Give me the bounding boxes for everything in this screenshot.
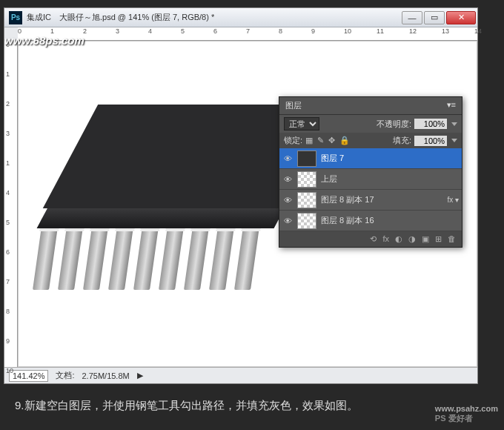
blend-mode-select[interactable]: 正常 — [284, 117, 319, 130]
ruler-tick: 4 — [148, 27, 152, 35]
step-caption: 9.新建空白图层，并使用钢笔工具勾出路径，并填充灰色，效果如图。 — [0, 384, 504, 413]
watermark-text: www.68ps.com — [4, 34, 84, 47]
chip-pins — [37, 227, 255, 290]
chevron-right-icon[interactable]: ▶ — [137, 371, 143, 380]
ruler-tick: 7 — [6, 278, 10, 285]
panel-action-icon[interactable]: ◑ — [408, 234, 416, 244]
layer-thumbnail[interactable] — [297, 150, 316, 167]
ruler-tick: 10 — [6, 367, 13, 374]
ruler-vertical[interactable]: 0123145678910 — [4, 41, 18, 367]
doc-size-value: 2.75M/15.8M — [82, 371, 130, 380]
visibility-icon[interactable]: 👁 — [282, 195, 293, 205]
lock-label: 锁定: — [284, 135, 302, 146]
layer-thumbnail[interactable] — [297, 192, 316, 208]
chevron-down-icon[interactable] — [451, 122, 457, 126]
ruler-tick: 2 — [6, 100, 10, 108]
layers-panel: 图层 ▾≡ 正常 不透明度: 100% 锁定: ▦✎✥🔒 填充: 100% 👁图… — [279, 96, 462, 248]
ruler-tick: 13 — [442, 27, 449, 35]
app-window: Ps 集成IC 大眼仔～旭.psd @ 141% (图层 7, RGB/8) *… — [4, 7, 478, 384]
document-title: 集成IC 大眼仔～旭.psd @ 141% (图层 7, RGB/8) * — [27, 12, 402, 23]
panel-action-icon[interactable]: ▣ — [422, 234, 429, 244]
panel-action-icon[interactable]: ⟲ — [370, 234, 377, 244]
titlebar: Ps 集成IC 大眼仔～旭.psd @ 141% (图层 7, RGB/8) *… — [4, 8, 477, 27]
panel-action-icon[interactable]: ⊞ — [435, 234, 442, 244]
chevron-down-icon[interactable] — [451, 139, 457, 142]
lock-option-icon[interactable]: 🔒 — [339, 136, 350, 145]
opacity-label: 不透明度: — [377, 119, 411, 130]
panel-menu-icon[interactable]: ▾≡ — [447, 100, 456, 111]
fill-label: 填充: — [393, 135, 411, 146]
app-logo: Ps — [9, 11, 22, 24]
lock-option-icon[interactable]: ✎ — [317, 136, 324, 145]
ruler-tick: 4 — [6, 189, 10, 196]
ruler-tick: 11 — [377, 27, 384, 35]
close-button[interactable]: ✕ — [446, 11, 476, 24]
layer-name: 图层 7 — [321, 153, 459, 164]
layer-name: 图层 8 副本 16 — [321, 215, 459, 226]
minimize-button[interactable]: — — [402, 11, 422, 24]
layer-item[interactable]: 👁图层 8 副本 17fx ▾ — [279, 190, 462, 211]
ruler-horizontal[interactable]: 01234567891011121314 — [18, 27, 477, 41]
ruler-tick: 1 — [6, 70, 10, 78]
panel-action-icon[interactable]: fx — [382, 234, 389, 244]
visibility-icon[interactable]: 👁 — [282, 153, 293, 164]
site-brand: www.psahz.com PS 爱好者 — [435, 404, 498, 424]
opacity-value[interactable]: 100% — [414, 119, 447, 129]
ruler-tick: 10 — [344, 27, 351, 35]
ruler-tick: 5 — [181, 27, 185, 35]
ruler-tick: 14 — [474, 27, 482, 35]
maximize-button[interactable]: ▭ — [424, 11, 445, 24]
ruler-tick: 8 — [6, 308, 10, 315]
fill-value[interactable]: 100% — [414, 136, 447, 146]
layers-list: 👁图层 7👁上层👁图层 8 副本 17fx ▾👁图层 8 副本 16 — [279, 148, 462, 231]
panel-action-icon[interactable]: ◐ — [395, 234, 402, 244]
ruler-tick: 8 — [279, 27, 282, 35]
ruler-tick: 3 — [6, 130, 10, 137]
lock-option-icon[interactable]: ✥ — [328, 136, 335, 145]
layer-thumbnail[interactable] — [297, 171, 316, 188]
layer-name: 上层 — [321, 173, 459, 185]
ruler-tick: 5 — [6, 219, 10, 226]
layer-item[interactable]: 👁图层 7 — [279, 148, 462, 169]
panel-action-icon[interactable]: 🗑 — [448, 234, 456, 244]
ruler-tick: 12 — [409, 27, 417, 35]
ruler-tick: 6 — [213, 27, 217, 35]
layer-thumbnail[interactable] — [297, 213, 316, 229]
lock-option-icon[interactable]: ▦ — [305, 136, 313, 145]
layer-item[interactable]: 👁图层 8 副本 16 — [279, 211, 462, 231]
ruler-tick: 3 — [116, 27, 119, 35]
ruler-tick: 6 — [6, 248, 10, 256]
fx-badge[interactable]: fx ▾ — [447, 196, 459, 204]
doc-size-label: 文档: — [56, 370, 74, 381]
layer-item[interactable]: 👁上层 — [279, 169, 462, 190]
statusbar: 141.42% 文档: 2.75M/15.8M ▶ — [4, 367, 477, 383]
visibility-icon[interactable]: 👁 — [282, 174, 293, 185]
ruler-tick: 9 — [6, 337, 10, 345]
ruler-tick: 7 — [246, 27, 250, 35]
panel-tab-layers[interactable]: 图层 — [285, 100, 302, 111]
ruler-tick: 1 — [6, 159, 10, 167]
layer-name: 图层 8 副本 17 — [321, 194, 442, 205]
zoom-level[interactable]: 141.42% — [9, 370, 48, 382]
ruler-tick: 9 — [311, 27, 315, 35]
panel-footer: ⟲fx◐◑▣⊞🗑 — [279, 231, 462, 247]
visibility-icon[interactable]: 👁 — [282, 216, 293, 226]
